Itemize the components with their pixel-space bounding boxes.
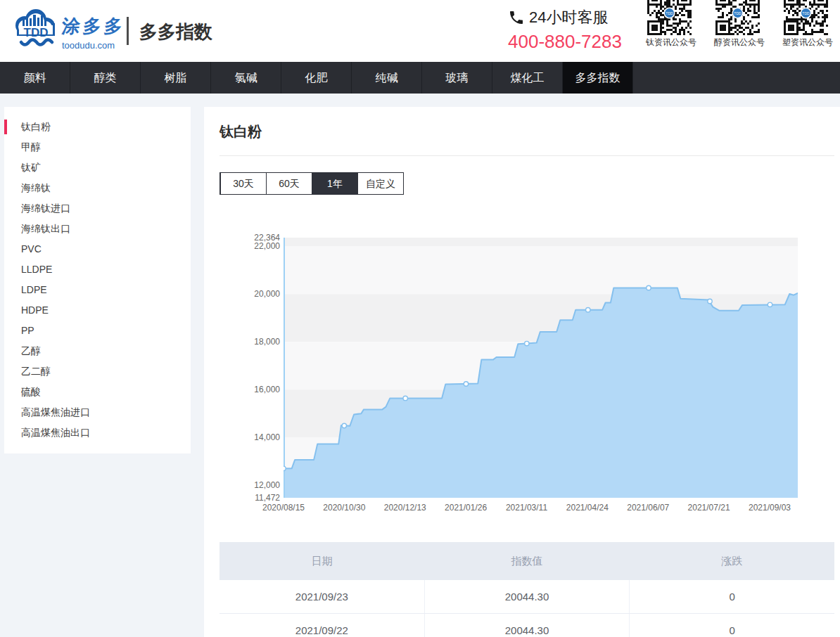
sidebar-item[interactable]: 硫酸 [4, 382, 191, 402]
table-header-cell: 指数值 [424, 542, 629, 580]
nav-item[interactable]: 纯碱 [352, 62, 422, 94]
title-divider [219, 155, 834, 156]
y-axis-tick: 11,472 [231, 493, 280, 503]
sidebar-item[interactable]: LDPE [4, 280, 191, 300]
svg-text:TDD: TDD [802, 11, 810, 15]
table-cell-date: 2021/09/23 [219, 580, 424, 613]
table-cell-value: 20044.30 [424, 580, 630, 613]
index-table: 日期 指数值 涨跌 2021/09/23 20044.30 0 2021/09/… [219, 542, 834, 637]
section-title: 钛白粉 [219, 122, 262, 141]
x-axis-tick: 2020/12/13 [374, 503, 437, 513]
phone-icon [508, 9, 525, 26]
sidebar-item[interactable]: 海绵钛出口 [4, 219, 191, 239]
nav-item[interactable]: 颜料 [0, 62, 70, 94]
qr-code-label: 醇资讯公众号 [714, 37, 761, 49]
table-cell-value: 20044.30 [424, 614, 630, 637]
sidebar-item[interactable]: 乙二醇 [4, 361, 191, 382]
table-header-cell: 涨跌 [630, 542, 834, 580]
qr-code-item: TDD 钛资讯公众号 [646, 0, 692, 49]
index-area-chart[interactable] [284, 238, 798, 498]
table-cell-date: 2021/09/22 [219, 614, 424, 637]
table-row[interactable]: 2021/09/22 20044.30 0 [219, 614, 834, 637]
brand-name: 涂多多 [61, 14, 127, 39]
range-button[interactable]: 自定义 [357, 173, 403, 194]
table-header-row: 日期 指数值 涨跌 [219, 542, 834, 580]
nav-item[interactable]: 醇类 [70, 62, 141, 94]
nav-item[interactable]: 化肥 [281, 62, 352, 94]
sidebar-item[interactable]: 钛白粉 [4, 117, 191, 137]
page-title: 多多指数 [139, 20, 212, 44]
sidebar-item[interactable]: 高温煤焦油出口 [4, 423, 191, 443]
hotline-block: 24小时客服 400-880-7283 [508, 7, 649, 53]
header-divider [127, 17, 129, 45]
qr-code-label: 塑资讯公众号 [782, 37, 829, 49]
y-axis-tick: 22,000 [231, 241, 280, 251]
brand-domain: toodudu.com [62, 40, 125, 51]
x-axis-tick: 2020/08/15 [252, 503, 315, 513]
sidebar-item[interactable]: HDPE [4, 300, 191, 321]
x-axis-tick: 2021/04/24 [556, 503, 619, 513]
table-body: 2021/09/23 20044.30 0 2021/09/22 20044.3… [219, 580, 834, 637]
sidebar-item[interactable]: PVC [4, 239, 191, 259]
nav-item[interactable]: 多多指数 [563, 62, 633, 94]
brand-block[interactable]: 涂多多 toodudu.com [62, 14, 125, 51]
y-axis-tick: 20,000 [231, 289, 280, 299]
table-row[interactable]: 2021/09/23 20044.30 0 [219, 580, 834, 614]
nav-item[interactable]: 玻璃 [422, 62, 492, 94]
sidebar-item[interactable]: 甲醇 [4, 137, 191, 157]
sidebar: 钛白粉 甲醇 钛矿 海绵钛 海绵钛进口 海绵钛出口 PVC LLDPE LDPE… [4, 107, 191, 453]
chart-y-axis-labels: 22,36422,00020,00018,00016,00014,00012,0… [231, 238, 280, 498]
nav-item[interactable]: 氯碱 [211, 62, 281, 94]
qr-code-item: TDD 醇资讯公众号 [714, 0, 761, 49]
table-cell-change: 0 [629, 614, 834, 637]
range-button[interactable]: 1年 [312, 173, 357, 194]
qr-code-item: TDD 塑资讯公众号 [782, 0, 829, 49]
nav-item[interactable]: 树脂 [141, 62, 211, 94]
main-panel: 钛白粉 30天 60天 1年 自定义 22,36422,00020,00018,… [204, 107, 840, 637]
svg-text:TDD: TDD [666, 11, 673, 15]
sidebar-item[interactable]: 海绵钛 [4, 178, 191, 198]
y-axis-tick: 12,000 [231, 480, 280, 490]
qr-code-group: TDD 钛资讯公众号 TDD 醇资讯公众号 TDD 塑资讯公众号 [646, 0, 840, 62]
qr-code-image: TDD [715, 0, 760, 35]
x-axis-tick: 2021/06/07 [616, 503, 680, 513]
sidebar-item[interactable]: 海绵钛进口 [4, 198, 191, 219]
x-axis-tick: 2020/10/30 [312, 503, 376, 513]
y-axis-tick: 18,000 [231, 337, 280, 347]
x-axis-tick: 2021/09/03 [738, 503, 801, 513]
sidebar-item[interactable]: PP [4, 321, 191, 341]
hotline-number[interactable]: 400-880-7283 [508, 31, 649, 53]
sidebar-item[interactable]: 高温煤焦油进口 [4, 402, 191, 423]
range-button[interactable]: 60天 [266, 173, 312, 194]
y-axis-tick: 14,000 [231, 432, 280, 442]
sidebar-item[interactable]: 钛矿 [4, 157, 191, 178]
sidebar-item[interactable]: LLDPE [4, 259, 191, 280]
table-header-cell: 日期 [219, 542, 424, 580]
hotline-label: 24小时客服 [529, 7, 608, 28]
qr-code-image: TDD [647, 0, 692, 35]
svg-text:TDD: TDD [734, 11, 742, 15]
qr-code-label: 钛资讯公众号 [646, 37, 692, 49]
tdd-logo-icon[interactable]: TDD [13, 7, 58, 53]
x-axis-tick: 2021/01/26 [434, 503, 497, 513]
site-header: TDD 涂多多 toodudu.com 多多指数 24小时客服 400-880-… [0, 0, 840, 62]
y-axis-tick: 16,000 [231, 385, 280, 394]
svg-text:TDD: TDD [24, 26, 49, 39]
qr-code-image: TDD [784, 0, 828, 35]
range-button-group: 30天 60天 1年 自定义 [219, 172, 404, 195]
nav-item[interactable]: 煤化工 [492, 62, 563, 94]
range-button[interactable]: 30天 [220, 173, 266, 194]
sidebar-item[interactable]: 乙醇 [4, 341, 191, 361]
main-nav: 颜料 醇类 树脂 氯碱 化肥 纯碱 玻璃 煤化工 多多指数 [0, 62, 840, 94]
x-axis-tick: 2021/03/11 [495, 503, 559, 513]
x-axis-tick: 2021/07/21 [677, 503, 741, 513]
table-cell-change: 0 [629, 580, 834, 613]
chart-x-axis-labels: 2020/08/152020/10/302020/12/132021/01/26… [284, 503, 798, 514]
